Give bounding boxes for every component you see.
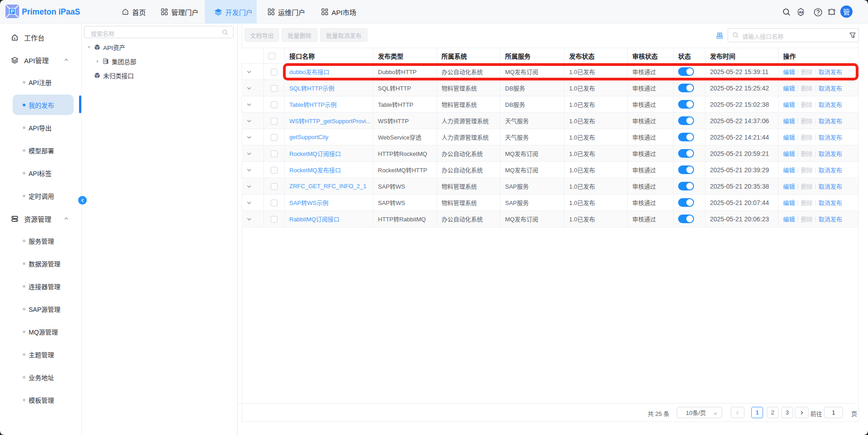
svg-text:AI: AI xyxy=(799,10,803,15)
svg-text:P: P xyxy=(10,9,14,14)
